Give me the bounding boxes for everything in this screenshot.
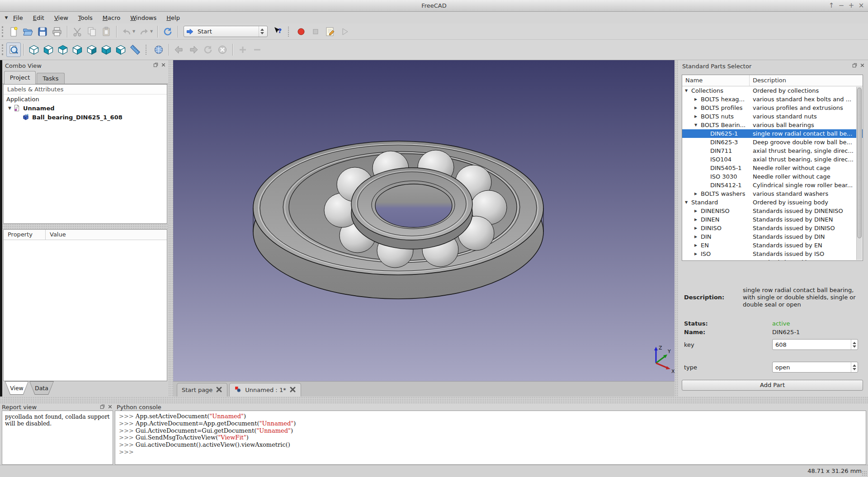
combo-view-splitter[interactable] bbox=[2, 224, 168, 229]
parts-row-iso-3030[interactable]: ISO 3030Needle roller without cage bbox=[682, 172, 863, 181]
expander-icon[interactable]: ▶ bbox=[694, 252, 701, 256]
parts-row-bolts-bearin-[interactable]: ▼BOLTS Bearin...various ball bearings bbox=[682, 121, 863, 129]
combo-spin-icons[interactable] bbox=[259, 26, 265, 37]
menu-windows[interactable]: Windows bbox=[125, 13, 161, 23]
title-bar[interactable]: FreeCAD ↑ − + × bbox=[0, 0, 868, 12]
cube-right-icon[interactable] bbox=[70, 43, 85, 57]
macro-record-icon[interactable] bbox=[294, 24, 308, 39]
expander-icon[interactable]: ▶ bbox=[694, 106, 701, 110]
tree-item-application[interactable]: Application bbox=[4, 94, 167, 104]
parts-row-standard[interactable]: ▼StandardOrdered by issueing body bbox=[682, 198, 863, 207]
menubar-collapse-icon[interactable]: ▼ bbox=[0, 15, 8, 20]
toolbar-handle[interactable] bbox=[146, 45, 148, 55]
toolbar-handle[interactable] bbox=[2, 26, 6, 37]
splitter-left[interactable] bbox=[168, 60, 173, 397]
macro-edit-icon[interactable] bbox=[323, 24, 337, 39]
parts-row-collections[interactable]: ▼CollectionsOrdered by collections bbox=[682, 86, 863, 95]
parts-row-dineniso[interactable]: ▶DINENISOStandards issued by DINENISO bbox=[682, 207, 863, 215]
measure-icon[interactable] bbox=[128, 43, 142, 57]
expander-icon[interactable]: ▶ bbox=[694, 192, 701, 196]
key-spinbox[interactable]: 608 bbox=[772, 339, 858, 350]
type-spinbox[interactable]: open bbox=[772, 362, 858, 373]
float-panel-icon[interactable] bbox=[153, 62, 159, 69]
whats-this-icon[interactable]: ? bbox=[270, 24, 285, 39]
parts-tree-header[interactable]: Name Description bbox=[682, 75, 863, 86]
parts-row-bolts-nuts[interactable]: ▶BOLTS nutsvarious standard nuts bbox=[682, 112, 863, 121]
parts-row-dinen[interactable]: ▶DINENStandards issued by DINEN bbox=[682, 215, 863, 224]
parts-row-bolts-profiles[interactable]: ▶BOLTS profilesvarious profiles and extr… bbox=[682, 104, 863, 112]
menu-help[interactable]: Help bbox=[161, 13, 185, 23]
parts-row-din5412-1[interactable]: DIN5412-1Cylindrical single row roller b… bbox=[682, 181, 863, 189]
expander-icon[interactable]: ▼ bbox=[6, 106, 13, 110]
tree-item-part[interactable]: Ball_bearing_DIN625_1_608 bbox=[4, 113, 167, 122]
toolbar-handle[interactable] bbox=[2, 44, 6, 55]
menu-view[interactable]: View bbox=[49, 13, 73, 23]
parts-row-diniso[interactable]: ▶DINISOStandards issued by DINISO bbox=[682, 224, 863, 232]
new-document-icon[interactable] bbox=[6, 24, 21, 39]
menu-tools[interactable]: Tools bbox=[73, 13, 98, 23]
close-panel-icon[interactable] bbox=[160, 62, 166, 69]
cube-top-icon[interactable] bbox=[56, 43, 70, 57]
close-window-icon[interactable]: × bbox=[857, 1, 866, 10]
parts-row-din625-1[interactable]: DIN625-1single row radial contact ball b… bbox=[682, 129, 863, 138]
document-tab-start-page[interactable]: Start page bbox=[177, 383, 227, 397]
save-icon[interactable] bbox=[35, 24, 50, 39]
parts-row-bolts-hexag-[interactable]: ▶BOLTS hexag...various standard hex bolt… bbox=[682, 95, 863, 104]
refresh-icon[interactable] bbox=[160, 24, 175, 39]
parts-row-ansi[interactable]: ▶ANSIStandards issued by ANSI bbox=[682, 258, 863, 261]
close-tab-icon[interactable] bbox=[289, 386, 296, 394]
print-icon[interactable] bbox=[50, 24, 64, 39]
close-panel-icon[interactable] bbox=[107, 404, 113, 411]
tab-project[interactable]: Project bbox=[4, 71, 36, 84]
close-panel-icon[interactable] bbox=[859, 62, 865, 70]
splitter-bottom[interactable] bbox=[0, 397, 868, 404]
parts-row-din711[interactable]: DIN711axial thrust bearing, single direc… bbox=[682, 146, 863, 155]
expander-icon[interactable]: ▶ bbox=[694, 97, 701, 101]
menu-macro[interactable]: Macro bbox=[98, 13, 125, 23]
parts-row-din5405-1[interactable]: DIN5405-1Needle roller without cage bbox=[682, 164, 863, 172]
float-panel-icon[interactable] bbox=[99, 404, 105, 411]
scrollbar[interactable] bbox=[856, 87, 862, 260]
report-view-content[interactable]: pycollada not found, collada support wil… bbox=[2, 411, 113, 465]
workbench-selector[interactable]: Start bbox=[184, 26, 268, 37]
fit-all-icon[interactable] bbox=[6, 43, 21, 57]
expander-icon[interactable]: ▶ bbox=[694, 260, 701, 261]
menu-edit[interactable]: Edit bbox=[28, 13, 49, 23]
cube-axonometric-icon[interactable] bbox=[27, 43, 41, 57]
expander-icon[interactable]: ▶ bbox=[694, 226, 701, 230]
splitter-right[interactable] bbox=[675, 60, 679, 397]
expander-icon[interactable]: ▶ bbox=[694, 217, 701, 222]
parts-row-bolts-washers[interactable]: ▶BOLTS washersvarious standard washers bbox=[682, 189, 863, 198]
dropdown-arrow-icon[interactable]: ▼ bbox=[150, 29, 155, 33]
expander-icon[interactable]: ▼ bbox=[694, 123, 701, 127]
cube-bottom-icon[interactable] bbox=[99, 43, 113, 57]
tree-item-document[interactable]: ▼ Unnamed bbox=[4, 104, 167, 113]
python-console-content[interactable]: >>> App.setActiveDocument("Unnamed")>>> … bbox=[115, 411, 866, 465]
expander-icon[interactable]: ▶ bbox=[694, 209, 701, 213]
expander-icon[interactable]: ▶ bbox=[694, 243, 701, 247]
expander-icon[interactable]: ▶ bbox=[694, 235, 701, 239]
cube-front-icon[interactable] bbox=[41, 43, 56, 57]
parts-row-din625-3[interactable]: DIN625-3Deep groove double row ball be..… bbox=[682, 138, 863, 146]
parts-row-iso[interactable]: ▶ISOStandards issued by ISO bbox=[682, 250, 863, 258]
tab-view[interactable]: View bbox=[5, 381, 28, 395]
parts-row-din[interactable]: ▶DINStandards issued by DIN bbox=[682, 232, 863, 241]
document-tab-unnamed-1-[interactable]: Unnamed : 1* bbox=[229, 383, 301, 397]
scrollbar-thumb[interactable] bbox=[857, 88, 862, 238]
float-panel-icon[interactable] bbox=[852, 62, 858, 70]
tab-tasks[interactable]: Tasks bbox=[37, 73, 65, 84]
open-folder-icon[interactable] bbox=[21, 24, 35, 39]
shade-window-icon[interactable]: ↑ bbox=[827, 1, 836, 10]
dropdown-arrow-icon[interactable]: ▼ bbox=[132, 29, 137, 33]
resize-grip-icon[interactable] bbox=[862, 471, 867, 476]
3d-viewport[interactable]: Z Y X bbox=[173, 60, 675, 381]
maximize-window-icon[interactable]: + bbox=[847, 1, 856, 10]
tab-data[interactable]: Data bbox=[29, 381, 54, 395]
cube-left-icon[interactable] bbox=[113, 43, 128, 57]
add-part-button[interactable]: Add Part bbox=[682, 380, 863, 391]
parts-row-en[interactable]: ▶ENStandards issued by EN bbox=[682, 241, 863, 250]
minimize-window-icon[interactable]: − bbox=[837, 1, 846, 10]
menu-file[interactable]: File bbox=[8, 13, 28, 23]
expander-icon[interactable]: ▼ bbox=[685, 200, 691, 204]
cube-rear-icon[interactable] bbox=[85, 43, 99, 57]
